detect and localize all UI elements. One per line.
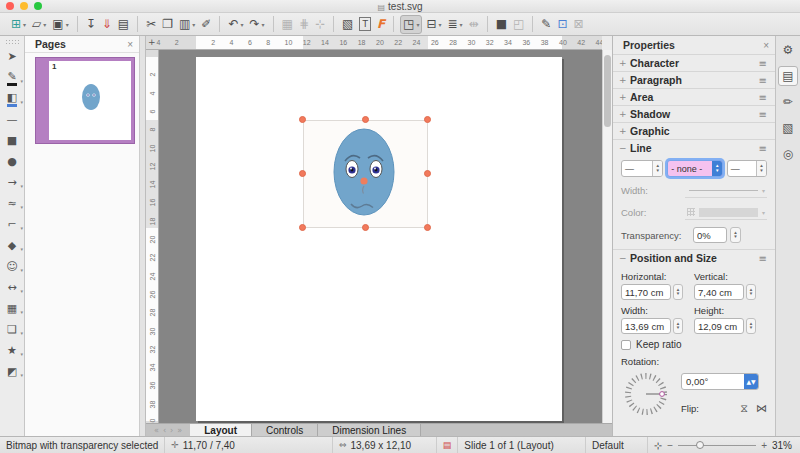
points-icon[interactable]: ⊡: [555, 15, 569, 34]
display-grid-icon[interactable]: ▦: [280, 15, 295, 34]
page-thumbnail[interactable]: 1: [35, 57, 135, 144]
toolbar-grip[interactable]: [5, 39, 19, 44]
shadow-icon[interactable]: ■: [494, 15, 509, 34]
glue-points-icon[interactable]: ⊠: [571, 15, 585, 34]
scrollbar-thumb[interactable]: [604, 55, 611, 127]
block-arrows-tool-icon[interactable]: ↔▾: [1, 277, 23, 298]
canvas-viewport[interactable]: [159, 50, 602, 423]
sidebar-settings-icon[interactable]: ⚙: [778, 40, 798, 60]
selection-handle[interactable]: [299, 116, 306, 123]
rectangle-tool-icon[interactable]: ■: [1, 130, 23, 151]
tab-nav-arrow[interactable]: ›: [170, 426, 173, 435]
save-icon[interactable]: ▣▾: [50, 15, 70, 34]
section-menu-icon[interactable]: ≡: [759, 143, 767, 154]
ellipse-tool-icon[interactable]: ●: [1, 151, 23, 172]
page-tab-controls[interactable]: Controls: [252, 424, 318, 436]
zoom-in-button[interactable]: +: [761, 440, 767, 451]
redo-icon[interactable]: ↷▾: [247, 15, 266, 34]
selected-bitmap-object[interactable]: [303, 120, 428, 228]
width-stepper[interactable]: ▲▼: [673, 318, 683, 334]
section-shadow[interactable]: +Shadow≡: [613, 105, 775, 122]
shapes-tab-icon[interactable]: ✏: [778, 92, 798, 112]
section-character[interactable]: +Character≡: [613, 54, 775, 71]
gallery-tab-icon[interactable]: ▧: [778, 118, 798, 138]
cut-icon[interactable]: ✂: [144, 15, 158, 34]
properties-panel-close-icon[interactable]: ×: [763, 40, 769, 51]
helplines-while-moving-icon[interactable]: ⊹: [313, 15, 327, 34]
section-line[interactable]: − Line ≡: [613, 139, 775, 156]
line-color-dropdown[interactable]: ▾: [685, 205, 767, 220]
chevron-down-icon[interactable]: ▲▼: [744, 374, 758, 389]
paste-icon[interactable]: ▥▾: [177, 15, 197, 34]
selection-handle[interactable]: [362, 116, 369, 123]
align-objects-icon[interactable]: ≣▾: [446, 15, 465, 34]
selection-handle[interactable]: [299, 170, 306, 177]
section-menu-icon[interactable]: ≡: [759, 58, 767, 69]
transformations-icon[interactable]: ◳▾: [400, 15, 422, 34]
canvas-vertical-scrollbar[interactable]: [602, 50, 612, 423]
height-stepper[interactable]: ▲▼: [746, 318, 756, 334]
selection-handle[interactable]: [299, 224, 306, 231]
callout-shapes-tool-icon[interactable]: ❏▾: [1, 319, 23, 340]
line-color-tool-icon[interactable]: ✎▾: [1, 67, 23, 88]
section-position-and-size[interactable]: − Position and Size ≡: [613, 249, 775, 266]
line-width-style-select[interactable]: — ▲▼: [727, 160, 767, 177]
page-tab-layout[interactable]: Layout: [190, 424, 252, 436]
distribute-icon[interactable]: ⇹: [467, 15, 481, 34]
selection-handle[interactable]: [362, 224, 369, 231]
zoom-slider-thumb[interactable]: [696, 441, 704, 449]
drawing-page[interactable]: [196, 57, 562, 421]
rotation-angle-select[interactable]: 0,00° ▲▼: [681, 373, 759, 390]
new-document-icon[interactable]: ⊞▾: [9, 15, 28, 34]
section-menu-icon[interactable]: ≡: [759, 109, 767, 120]
clone-formatting-icon[interactable]: ✐: [199, 15, 213, 34]
width-input[interactable]: [621, 318, 671, 334]
open-icon[interactable]: ▱▾: [30, 15, 48, 34]
flowchart-tool-icon[interactable]: ▦▾: [1, 298, 23, 319]
section-menu-icon[interactable]: ≡: [759, 75, 767, 86]
selection-handle[interactable]: [424, 116, 431, 123]
undo-icon[interactable]: ↶▾: [226, 15, 245, 34]
export-pdf-icon[interactable]: ⇓: [100, 15, 114, 34]
select-tool-icon[interactable]: ➤: [1, 46, 23, 67]
connectors-tool-icon[interactable]: ⌐▾: [1, 214, 23, 235]
3d-objects-tool-icon[interactable]: ◩▾: [1, 361, 23, 382]
fill-color-tool-icon[interactable]: ◧▾: [1, 88, 23, 109]
flip-vertical-icon[interactable]: ⧖: [740, 402, 748, 415]
section-graphic[interactable]: +Graphic: [613, 122, 775, 139]
rotation-dial[interactable]: [621, 369, 681, 421]
arrow-style-select[interactable]: - none - ▲▼: [667, 160, 723, 177]
symbol-shapes-tool-icon[interactable]: ☺▾: [1, 256, 23, 277]
tab-nav-arrow[interactable]: »: [177, 426, 182, 435]
filter-icon[interactable]: ✎: [539, 15, 553, 34]
flip-horizontal-icon[interactable]: ⋈: [756, 402, 767, 415]
height-input[interactable]: [694, 318, 744, 334]
page-style-status[interactable]: Default: [586, 437, 648, 453]
snap-to-grid-icon[interactable]: ⋕: [297, 15, 311, 34]
transparency-input[interactable]: [693, 227, 727, 243]
pages-panel-close-icon[interactable]: ×: [127, 39, 133, 50]
crop-icon[interactable]: ◰: [511, 15, 526, 34]
section-area[interactable]: +Area≡: [613, 88, 775, 105]
line-style-select[interactable]: — ▲▼: [621, 160, 663, 177]
print-icon[interactable]: ▤: [116, 15, 131, 34]
fontwork-icon[interactable]: F: [375, 15, 387, 34]
selection-handle[interactable]: [424, 170, 431, 177]
page-tab-dimension-lines[interactable]: Dimension Lines: [318, 424, 421, 436]
zoom-slider[interactable]: [678, 445, 756, 446]
section-menu-icon[interactable]: ≡: [759, 253, 767, 264]
selection-handle[interactable]: [424, 224, 431, 231]
slide-status[interactable]: Slide 1 of 1 (Layout): [458, 437, 586, 453]
insert-text-box-icon[interactable]: T: [357, 15, 373, 34]
section-menu-icon[interactable]: ≡: [759, 92, 767, 103]
transparency-stepper[interactable]: ▲▼: [730, 227, 741, 243]
tab-nav-arrow[interactable]: ‹: [163, 426, 166, 435]
horizontal-position-input[interactable]: [621, 284, 671, 300]
basic-shapes-tool-icon[interactable]: ◆▾: [1, 235, 23, 256]
horizontal-stepper[interactable]: ▲▼: [673, 284, 683, 300]
vertical-position-input[interactable]: [694, 284, 744, 300]
vertical-stepper[interactable]: ▲▼: [746, 284, 756, 300]
arrange-icon[interactable]: ⊟▾: [424, 15, 443, 34]
tab-nav-arrow[interactable]: «: [154, 426, 159, 435]
fit-page-icon[interactable]: ⊹: [654, 440, 662, 451]
